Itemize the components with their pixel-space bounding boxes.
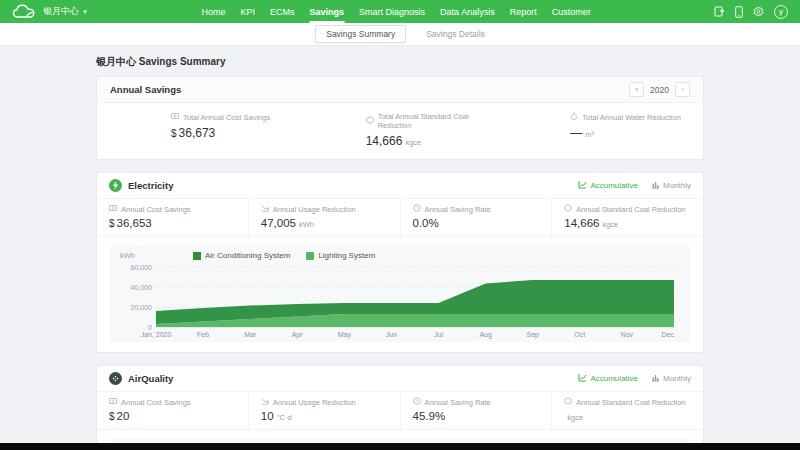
saving-rate-icon [413, 204, 421, 214]
tab-bar: Savings Summary Savings Details [0, 23, 800, 46]
main-content: 银月中心 Savings Summary Annual Savings ‹ 20… [96, 55, 704, 450]
svg-text:Nov: Nov [621, 331, 634, 338]
brand: 银月中心 ▼ [12, 4, 88, 19]
electricity-header: Electricity Accumulative Monthly [97, 173, 703, 198]
tab-savings-summary[interactable]: Savings Summary [315, 25, 406, 43]
svg-text:Feb: Feb [197, 331, 209, 338]
airquality-stats: Annual Cost Savings $20 Annual Usage Red… [97, 391, 703, 430]
water-reduction-icon [570, 112, 578, 122]
export-icon[interactable] [714, 6, 725, 17]
airquality-card: AirQuality Accumulative Monthly Annual C… [96, 365, 704, 450]
air-saving-rate-stat: Annual Saving Rate 45.9% [401, 392, 553, 429]
airquality-title: AirQuality [128, 373, 173, 384]
total-cost-savings-value: 36,673 [179, 126, 216, 140]
airquality-monthly-toggle[interactable]: Monthly [651, 373, 691, 384]
bar-chart-icon [651, 373, 660, 384]
total-water-reduction-stat: Total Annual Water Reduction —m³ [498, 112, 703, 148]
airquality-accumulative-toggle[interactable]: Accumulative [578, 373, 638, 384]
svg-text:Oct: Oct [574, 331, 585, 338]
electricity-chart-legend: Air Conditioning System Lighting System [193, 251, 375, 260]
svg-text:Jun: Jun [386, 331, 397, 338]
user-avatar[interactable]: y [774, 5, 788, 19]
svg-text:Mar: Mar [244, 331, 257, 338]
svg-text:40,000: 40,000 [131, 284, 153, 291]
year-selector: ‹ 2020 › [629, 82, 690, 97]
airquality-header: AirQuality Accumulative Monthly [97, 366, 703, 391]
next-year-button[interactable]: › [675, 82, 690, 97]
svg-text:Apr: Apr [292, 331, 304, 339]
top-icons: y [714, 5, 788, 19]
nav-home[interactable]: Home [202, 0, 226, 23]
legend-swatch [306, 252, 314, 260]
elec-saving-rate-stat: Annual Saving Rate 0.0% [401, 199, 553, 236]
electricity-area-chart: 020,00040,00060,000Jan, 2020FebMarAprMay… [120, 262, 680, 340]
coal-reduction-icon [564, 397, 572, 407]
svg-text:20,000: 20,000 [131, 304, 153, 311]
svg-text:Sep: Sep [526, 331, 539, 339]
electricity-monthly-toggle[interactable]: Monthly [651, 180, 691, 191]
total-coal-reduction-value: 14,666 [366, 134, 403, 148]
nav-savings[interactable]: Savings [310, 0, 345, 23]
prev-year-button[interactable]: ‹ [629, 82, 644, 97]
chevron-down-icon: ▼ [82, 9, 88, 15]
elec-cost-savings-stat: Annual Cost Savings $36,653 [97, 199, 249, 236]
svg-text:Jan, 2020: Jan, 2020 [141, 331, 172, 338]
air-cost-savings-stat: Annual Cost Savings $20 [97, 392, 249, 429]
electricity-accumulative-toggle[interactable]: Accumulative [578, 180, 638, 191]
annual-stats: Total Annual Cost Savings $36,673 Total … [97, 103, 703, 159]
elec-coal-reduction-stat: Annual Standard Coal Reduction 14,666kgc… [552, 199, 703, 236]
electricity-icon [109, 179, 122, 192]
org-name: 银月中心 [43, 5, 79, 18]
gear-icon[interactable] [753, 6, 764, 17]
total-water-reduction-value: — [570, 126, 582, 140]
cloud-logo-icon [12, 4, 36, 19]
electricity-stats: Annual Cost Savings $36,653 Annual Usage… [97, 198, 703, 237]
svg-text:Dec: Dec [662, 331, 675, 338]
top-navigation-bar: 银月中心 ▼ Home KPI ECMs Savings Smart Diagn… [0, 0, 800, 23]
tab-savings-details[interactable]: Savings Details [426, 29, 485, 39]
bottom-edge-bar [0, 443, 800, 450]
page-title: 银月中心 Savings Summary [96, 55, 704, 69]
coal-reduction-icon [366, 116, 374, 126]
total-cost-savings-stat: Total Annual Cost Savings $36,673 [97, 112, 304, 148]
nav-report[interactable]: Report [510, 0, 537, 23]
nav-smart-diagnosis[interactable]: Smart Diagnosis [359, 0, 425, 23]
svg-text:60,000: 60,000 [131, 264, 153, 271]
line-chart-icon [578, 180, 587, 191]
bar-chart-icon [651, 180, 660, 191]
legend-lighting[interactable]: Lighting System [306, 251, 375, 260]
air-coal-reduction-stat: Annual Standard Coal Reduction kgce [552, 392, 703, 429]
electricity-title: Electricity [128, 180, 173, 191]
org-selector[interactable]: 银月中心 ▼ [43, 5, 88, 18]
svg-text:Aug: Aug [479, 331, 492, 339]
electricity-card: Electricity Accumulative Monthly Annual … [96, 172, 704, 353]
saving-rate-icon [413, 397, 421, 407]
year-value: 2020 [650, 85, 669, 95]
svg-text:Jul: Jul [434, 331, 443, 338]
cost-savings-icon [109, 204, 117, 214]
legend-swatch [193, 252, 201, 260]
svg-text:0: 0 [148, 324, 152, 331]
annual-savings-card: Annual Savings ‹ 2020 › Total Annual Cos… [96, 76, 704, 160]
annual-savings-header: Annual Savings ‹ 2020 › [97, 77, 703, 103]
cost-savings-icon [171, 112, 179, 122]
usage-reduction-icon [261, 397, 269, 407]
usage-reduction-icon [261, 204, 269, 214]
nav-ecms[interactable]: ECMs [270, 0, 295, 23]
total-coal-reduction-stat: Total Annual Standard Coal Reduction 14,… [304, 112, 499, 148]
legend-air-conditioning[interactable]: Air Conditioning System [193, 251, 290, 260]
cost-savings-icon [109, 397, 117, 407]
chart-y-unit: kWh [120, 251, 135, 260]
elec-usage-reduction-stat: Annual Usage Reduction 47,005kWh [249, 199, 401, 236]
airquality-icon [109, 372, 122, 385]
svg-text:May: May [338, 331, 352, 339]
nav-data-analysis[interactable]: Data Analysis [440, 0, 495, 23]
line-chart-icon [578, 373, 587, 384]
electricity-chart: kWh Air Conditioning System Lighting Sys… [110, 245, 690, 342]
coal-reduction-icon [564, 204, 572, 214]
nav-kpi[interactable]: KPI [241, 0, 256, 23]
mobile-icon[interactable] [735, 6, 743, 18]
main-nav: Home KPI ECMs Savings Smart Diagnosis Da… [202, 0, 591, 23]
nav-customer[interactable]: Customer [552, 0, 591, 23]
air-usage-reduction-stat: Annual Usage Reduction 10°C·d [249, 392, 401, 429]
